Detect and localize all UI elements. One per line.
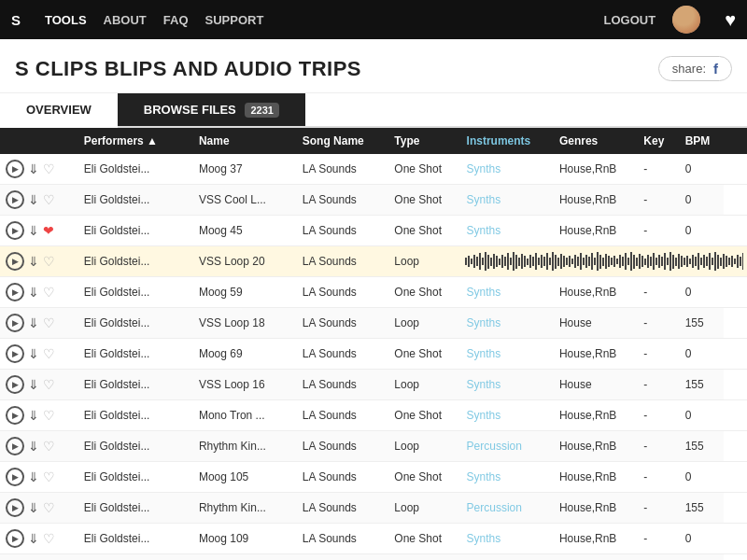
key-cell: - <box>638 400 679 431</box>
nav-support[interactable]: SUPPORT <box>205 13 264 27</box>
play-button[interactable]: ▶ <box>6 437 24 455</box>
type-cell: One Shot <box>388 185 460 216</box>
play-button[interactable]: ▶ <box>6 529 24 548</box>
col-instruments[interactable]: Instruments <box>461 128 554 154</box>
table-header-row: Performers ▲ Name Song Name Type Instrum… <box>0 128 747 154</box>
col-performers[interactable]: Performers ▲ <box>78 128 193 154</box>
play-button[interactable]: ▶ <box>6 221 24 240</box>
tab-overview[interactable]: OVERVIEW <box>0 93 118 128</box>
table-row: ▶⇓♡Eli Goldstei...Moog 109LA SoundsOne S… <box>0 524 747 554</box>
nav-heart-icon[interactable]: ♥ <box>725 9 736 31</box>
bpm-cell: 0 <box>680 277 725 308</box>
download-icon[interactable]: ⇓ <box>28 223 39 238</box>
type-cell: One Shot <box>388 277 460 308</box>
like-icon[interactable]: ♡ <box>43 500 55 515</box>
performer-cell: Eli Goldstei... <box>78 339 193 370</box>
play-button[interactable]: ▶ <box>6 406 24 425</box>
like-icon[interactable]: ❤ <box>43 223 54 238</box>
row-controls-cell: ▶⇓♡ <box>0 431 78 462</box>
play-button[interactable]: ▶ <box>6 314 24 332</box>
key-cell: - <box>638 431 679 462</box>
bpm-cell: 155 <box>680 493 725 524</box>
name-cell: VSS Loop 20 <box>193 246 297 277</box>
instruments-cell: Synths <box>461 277 554 308</box>
type-cell: One Shot <box>388 339 460 370</box>
row-controls-cell: ▶⇓♡ <box>0 400 78 431</box>
song-cell: LA Sounds <box>297 308 389 339</box>
play-button[interactable]: ▶ <box>6 375 24 394</box>
type-cell: Loop <box>388 308 460 339</box>
download-icon[interactable]: ⇓ <box>28 531 39 546</box>
row-controls-cell: ▶⇓♡ <box>0 554 78 561</box>
like-icon[interactable]: ♡ <box>43 377 55 392</box>
type-cell: Loop <box>388 493 460 524</box>
download-icon[interactable]: ⇓ <box>28 254 39 269</box>
genres-cell: House,RnB <box>554 462 638 493</box>
bpm-cell: 155 <box>680 431 725 462</box>
row-controls-cell: ▶⇓♡ <box>0 154 78 185</box>
nav-about[interactable]: ABOUT <box>104 13 147 27</box>
like-icon[interactable]: ♡ <box>43 254 55 269</box>
name-cell: Rhythm Kin <box>193 554 297 561</box>
col-key[interactable]: Key <box>638 128 679 154</box>
play-button[interactable]: ▶ <box>6 190 24 209</box>
genres-cell: House,RnB <box>554 277 638 308</box>
key-cell: - <box>638 524 679 554</box>
col-song[interactable]: Song Name <box>297 128 389 154</box>
download-icon[interactable]: ⇓ <box>28 408 39 423</box>
play-button[interactable]: ▶ <box>6 283 24 301</box>
performer-cell: Eli Goldstei... <box>78 370 193 400</box>
like-icon[interactable]: ♡ <box>43 408 55 423</box>
like-icon[interactable]: ♡ <box>43 439 55 454</box>
like-icon[interactable]: ♡ <box>43 192 55 207</box>
like-icon[interactable]: ♡ <box>43 161 55 176</box>
play-button[interactable]: ▶ <box>6 344 24 363</box>
download-icon[interactable]: ⇓ <box>28 346 39 361</box>
share-box: share: f <box>658 56 732 81</box>
download-icon[interactable]: ⇓ <box>28 192 39 207</box>
instruments-cell: Synths <box>461 400 554 431</box>
col-bpm[interactable]: BPM <box>680 128 725 154</box>
col-type[interactable]: Type <box>388 128 460 154</box>
col-genres[interactable]: Genres <box>554 128 638 154</box>
like-icon[interactable]: ♡ <box>43 346 55 361</box>
avatar[interactable] <box>672 6 700 34</box>
like-icon[interactable]: ♡ <box>43 469 55 484</box>
col-extra <box>724 128 747 154</box>
table-row: ▶⇓♡Eli Goldstei...VSS Cool L...LA Sounds… <box>0 185 747 216</box>
download-icon[interactable]: ⇓ <box>28 161 39 176</box>
waveform-cell[interactable] <box>461 246 747 277</box>
play-button[interactable]: ▶ <box>6 468 24 486</box>
col-name[interactable]: Name <box>193 128 297 154</box>
instruments-cell: Synths <box>461 308 554 339</box>
performer-cell: Eli Goldstei... <box>78 554 193 561</box>
download-icon[interactable]: ⇓ <box>28 500 39 515</box>
download-icon[interactable]: ⇓ <box>28 469 39 484</box>
type-cell: Loop <box>388 554 460 561</box>
performer-cell: Eli Goldstei... <box>78 246 193 277</box>
play-button[interactable]: ▶ <box>6 498 24 517</box>
name-cell: VSS Loop 18 <box>193 308 297 339</box>
play-button[interactable]: ▶ <box>6 252 24 271</box>
row-controls-cell: ▶⇓♡ <box>0 370 78 400</box>
download-icon[interactable]: ⇓ <box>28 439 39 454</box>
genres-cell: House,RnB <box>554 554 638 561</box>
download-icon[interactable]: ⇓ <box>28 315 39 330</box>
site-logo: S <box>11 12 21 28</box>
share-facebook-icon[interactable]: f <box>713 61 718 77</box>
like-icon[interactable]: ♡ <box>43 285 55 300</box>
instruments-cell: Synths <box>461 462 554 493</box>
nav-faq[interactable]: FAQ <box>163 13 189 27</box>
like-icon[interactable]: ♡ <box>43 531 55 546</box>
logout-button[interactable]: LOGOUT <box>604 13 656 27</box>
nav-tools[interactable]: TOOLS <box>45 13 87 27</box>
download-icon[interactable]: ⇓ <box>28 285 39 300</box>
type-cell: Loop <box>388 246 460 277</box>
tab-browse-files[interactable]: BROWSE FILES 2231 <box>118 93 305 126</box>
performer-cell: Eli Goldstei... <box>78 493 193 524</box>
download-icon[interactable]: ⇓ <box>28 377 39 392</box>
like-icon[interactable]: ♡ <box>43 315 55 330</box>
table-row: ▶⇓♡Eli Goldstei...VSS Loop 16LA SoundsLo… <box>0 370 747 400</box>
performer-cell: Eli Goldstei... <box>78 400 193 431</box>
play-button[interactable]: ▶ <box>6 160 24 178</box>
